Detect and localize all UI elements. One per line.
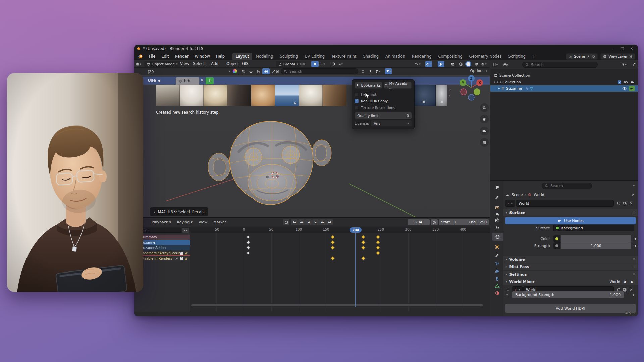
- strength-socket[interactable]: [553, 242, 560, 249]
- operator-panel[interactable]: ▸ MACHIN3: Select Decals: [150, 207, 208, 216]
- keyframe-diamond[interactable]: [361, 256, 365, 260]
- render-enabled-camera-icon[interactable]: [629, 86, 635, 91]
- channel-checkbox[interactable]: [180, 257, 183, 260]
- viewlayer-selector[interactable]: ViewLayer: [600, 53, 635, 60]
- unlock-icon[interactable]: [184, 252, 188, 255]
- outliner-row-suzanne[interactable]: ▸ ▽ Suzanne ↳ ▽: [490, 85, 638, 92]
- world-mixer-panel-header[interactable]: ▾World Mixer World ◀ ▶: [503, 278, 638, 285]
- navigation-gizmo[interactable]: Z Y X: [458, 74, 485, 101]
- keyframe-diamond[interactable]: [246, 251, 250, 255]
- suzanne-mesh[interactable]: [206, 107, 334, 215]
- animate-strength-dot[interactable]: [635, 245, 636, 247]
- jump-to-end-button[interactable]: ▶▮: [326, 219, 333, 225]
- volume-panel-header[interactable]: ▸Volume∷: [503, 256, 638, 263]
- outliner-row-collection[interactable]: ▾ Collection: [490, 79, 638, 85]
- outliner-display-mode-icon[interactable]: ▾: [502, 62, 509, 68]
- end-value[interactable]: 250: [478, 220, 489, 224]
- properties-tab-modifiers[interactable]: [492, 251, 502, 259]
- scene-selector[interactable]: Scene: [566, 53, 598, 60]
- world-name-field[interactable]: World: [516, 200, 614, 207]
- blender-logo-icon[interactable]: [137, 54, 143, 59]
- minimize-button[interactable]: –: [610, 46, 616, 51]
- outliner-row-scene-collection[interactable]: Scene Collection: [490, 72, 638, 78]
- start-value[interactable]: 1: [452, 220, 459, 224]
- disable-render-camera-icon[interactable]: [630, 80, 635, 84]
- bookmarks-button[interactable]: Bookmarks: [355, 82, 382, 89]
- remove-minus-button[interactable]: −: [626, 293, 629, 297]
- outliner-editor-type-icon[interactable]: ▾: [492, 62, 498, 68]
- hide-viewport-eye-icon[interactable]: [622, 86, 627, 91]
- keyframe-area[interactable]: [190, 233, 490, 312]
- use-nodes-button[interactable]: Use Nodes: [505, 217, 636, 224]
- channel-filter-swap-icon[interactable]: ↔: [182, 228, 189, 233]
- keyframe-diamond[interactable]: [331, 256, 334, 260]
- workspace-tab-geometry-nodes[interactable]: Geometry Nodes: [466, 53, 505, 60]
- timeline-scrollbar[interactable]: [191, 304, 483, 306]
- properties-tab-physics[interactable]: [492, 267, 502, 275]
- prev-keyframe-button[interactable]: ◀◆: [298, 219, 305, 225]
- properties-tab-tool[interactable]: [492, 193, 502, 201]
- unlink-icon[interactable]: ×: [629, 287, 633, 292]
- header-chevron-icon[interactable]: ▾: [633, 184, 635, 187]
- keyframe-diamond[interactable]: [246, 246, 250, 249]
- playhead-badge[interactable]: 204: [350, 227, 362, 233]
- keyframe-diamond[interactable]: [361, 246, 365, 249]
- color-socket[interactable]: [553, 235, 560, 242]
- workspace-tab-modeling[interactable]: Modeling: [252, 53, 276, 60]
- auto-keying-icon[interactable]: [283, 219, 289, 225]
- properties-search-field[interactable]: Search: [542, 183, 592, 189]
- workspace-tab-texture-paint[interactable]: Texture Paint: [328, 53, 360, 60]
- add-plus-button[interactable]: +: [632, 293, 635, 297]
- unlink-icon[interactable]: ×: [629, 201, 633, 206]
- expand-caret-icon[interactable]: ▾: [506, 293, 508, 296]
- checkbox[interactable]: [355, 92, 359, 96]
- mist-pass-panel-header[interactable]: ▸Mist Pass∷: [503, 263, 638, 270]
- pin-icon[interactable]: [587, 55, 590, 58]
- workspace-tab-shading[interactable]: Shading: [360, 53, 382, 60]
- quality-limit-field[interactable]: Quality limit 0: [355, 112, 412, 119]
- hide-viewport-eye-icon[interactable]: [624, 80, 628, 84]
- properties-tab-world[interactable]: [492, 233, 503, 241]
- new-viewlayer-icon[interactable]: [629, 55, 633, 58]
- collection-checkbox[interactable]: [618, 80, 621, 84]
- menu-file[interactable]: File: [146, 53, 158, 59]
- title-bar[interactable]: * (Unsaved) - Blender 4.5.3 LTS – □ ×: [134, 45, 638, 53]
- menu-render[interactable]: Render: [172, 53, 192, 59]
- timeline-menu-keying[interactable]: Keying ▾: [175, 220, 195, 224]
- maximize-button[interactable]: □: [619, 46, 625, 51]
- keyframe-diamond[interactable]: [246, 240, 250, 244]
- keyframe-diamond[interactable]: [376, 251, 380, 255]
- license-dropdown[interactable]: Any▾: [371, 120, 412, 126]
- stopwatch-icon[interactable]: [431, 219, 438, 225]
- collapse-caret-icon[interactable]: ▾: [494, 80, 495, 84]
- filter-option-texture-resolutions[interactable]: Texture Resolutions: [355, 105, 412, 111]
- next-keyframe-button[interactable]: ◆▶: [319, 219, 326, 225]
- channel-checkbox[interactable]: [180, 252, 183, 255]
- fake-user-shield-icon[interactable]: [616, 201, 621, 206]
- new-collection-icon[interactable]: [631, 62, 638, 68]
- jump-to-start-button[interactable]: ▮◀: [291, 219, 298, 225]
- mixer-prev-button[interactable]: ◀: [622, 280, 628, 284]
- pin-icon[interactable]: [631, 193, 635, 197]
- mixer-next-button[interactable]: ▶: [629, 280, 635, 284]
- keyframe-diamond[interactable]: [361, 235, 365, 239]
- checkbox[interactable]: [355, 99, 359, 103]
- animate-color-dot[interactable]: [635, 238, 636, 240]
- workspace-tab-layout[interactable]: Layout: [232, 53, 252, 60]
- ortho-grid-icon[interactable]: [480, 138, 489, 147]
- color-swatch-field[interactable]: [561, 235, 631, 242]
- pan-tool-icon[interactable]: [480, 115, 489, 123]
- outliner-filter-icon[interactable]: ▾: [621, 62, 627, 68]
- world-browse-dropdown[interactable]: ▾: [505, 200, 515, 207]
- unlock-icon[interactable]: [184, 257, 188, 260]
- menu-help[interactable]: Help: [213, 53, 228, 59]
- keyframe-diamond[interactable]: [331, 240, 334, 244]
- keyframe-diamond[interactable]: [331, 246, 334, 249]
- menu-edit[interactable]: Edit: [158, 53, 172, 59]
- add-world-hdri-button[interactable]: Add World HDRI: [505, 304, 636, 313]
- timeline-menu-view[interactable]: View: [196, 220, 210, 224]
- checkbox[interactable]: [355, 106, 359, 110]
- workspace-tab-animation[interactable]: Animation: [382, 53, 409, 60]
- add-workspace-button[interactable]: +: [529, 53, 539, 60]
- settings-panel-header[interactable]: ▸Settings∷: [503, 271, 638, 278]
